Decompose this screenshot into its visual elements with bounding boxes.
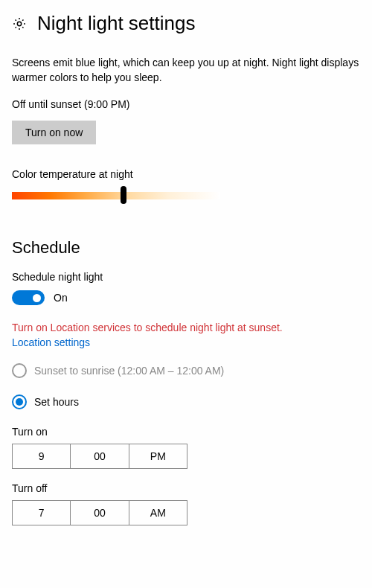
schedule-toggle-state: On (54, 292, 68, 304)
page-title: Night light settings (37, 12, 195, 35)
turn-on-hour[interactable]: 9 (13, 444, 70, 468)
radio-sunset-to-sunrise[interactable] (12, 363, 27, 378)
color-temperature-slider[interactable] (12, 188, 220, 202)
slider-thumb[interactable] (121, 186, 126, 204)
turn-on-time-picker[interactable]: 9 00 PM (12, 444, 187, 469)
radio-sunset-label: Sunset to sunrise (12:00 AM – 12:00 AM) (34, 365, 224, 377)
svg-point-0 (17, 22, 21, 25)
radio-set-hours[interactable] (12, 394, 27, 409)
schedule-heading: Schedule (12, 238, 360, 258)
turn-off-ampm[interactable]: AM (129, 501, 187, 525)
turn-off-time-picker[interactable]: 7 00 AM (12, 500, 187, 525)
color-temperature-label: Color temperature at night (12, 168, 360, 180)
description-text: Screens emit blue light, which can keep … (12, 56, 360, 85)
turn-on-now-button[interactable]: Turn on now (12, 121, 96, 144)
turn-on-ampm[interactable]: PM (129, 444, 187, 468)
radio-set-hours-label: Set hours (34, 396, 79, 408)
turn-on-label: Turn on (12, 426, 360, 438)
gear-icon (12, 16, 27, 31)
turn-off-minute[interactable]: 00 (70, 501, 128, 525)
schedule-toggle[interactable] (12, 290, 45, 305)
location-settings-link[interactable]: Location settings (12, 336, 90, 348)
turn-off-label: Turn off (12, 482, 360, 494)
location-warning: Turn on Location services to schedule ni… (12, 322, 360, 333)
turn-on-minute[interactable]: 00 (70, 444, 128, 468)
turn-off-hour[interactable]: 7 (13, 501, 70, 525)
status-text: Off until sunset (9:00 PM) (12, 98, 360, 110)
schedule-toggle-label: Schedule night light (12, 271, 360, 283)
